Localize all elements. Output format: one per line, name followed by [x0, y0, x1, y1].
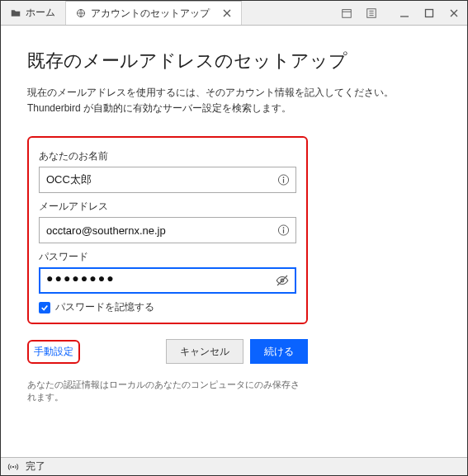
email-field[interactable] [39, 217, 296, 243]
manual-config-button[interactable]: 手動設定 [34, 345, 73, 359]
page-title: 既存のメールアドレスのセットアップ [27, 49, 441, 73]
svg-point-7 [283, 228, 285, 229]
manual-highlight: 手動設定 [27, 340, 80, 364]
eye-off-icon[interactable] [275, 273, 290, 288]
tasks-icon[interactable] [363, 5, 380, 21]
remember-password-row[interactable]: パスワードを記憶する [39, 300, 296, 314]
cancel-button[interactable]: キャンセル [166, 339, 243, 364]
tab-home-label: ホーム [26, 6, 55, 20]
calendar-icon[interactable] [338, 5, 355, 21]
status-text: 完了 [26, 460, 45, 474]
folder-icon [11, 8, 21, 18]
page-description: 現在のメールアドレスを使用するには、そのアカウント情報を記入してください。 Th… [27, 85, 441, 116]
close-icon[interactable] [215, 9, 231, 17]
continue-button[interactable]: 続ける [250, 339, 308, 364]
email-label: メールアドレス [39, 200, 296, 214]
broadcast-icon [7, 461, 19, 473]
svg-rect-1 [343, 9, 352, 17]
action-row: 手動設定 キャンセル 続ける [27, 339, 308, 364]
tab-account-setup[interactable]: アカウントのセットアップ [66, 1, 242, 25]
info-icon[interactable] [277, 224, 290, 237]
remember-password-label: パスワードを記憶する [55, 300, 154, 314]
tab-setup-label: アカウントのセットアップ [91, 7, 210, 21]
password-field[interactable]: ●●●●●●●● [39, 267, 296, 294]
tab-home[interactable]: ホーム [1, 1, 66, 25]
name-label: あなたのお名前 [39, 149, 296, 163]
page-content: 既存のメールアドレスのセットアップ 現在のメールアドレスを使用するには、そのアカ… [1, 26, 467, 457]
svg-point-9 [12, 465, 14, 467]
privacy-note: あなたの認証情報はローカルのあなたのコンピュータにのみ保存されます。 [27, 379, 308, 403]
form-highlight: あなたのお名前 メールアドレス パスワード ●●●●●●●● パスワード [27, 136, 308, 324]
window-controls [333, 1, 467, 25]
name-field[interactable] [39, 167, 296, 193]
window-close-icon[interactable] [446, 5, 462, 21]
titlebar: ホーム アカウントのセットアップ [1, 1, 467, 26]
password-label: パスワード [39, 250, 296, 264]
titlebar-spacer [242, 1, 333, 25]
checkbox-checked-icon[interactable] [39, 302, 50, 313]
globe-icon [76, 8, 86, 18]
svg-point-5 [283, 177, 285, 179]
statusbar: 完了 [1, 457, 467, 475]
svg-rect-3 [426, 9, 433, 16]
minimize-icon[interactable] [396, 5, 413, 21]
maximize-icon[interactable] [421, 5, 437, 21]
info-icon[interactable] [277, 174, 290, 186]
